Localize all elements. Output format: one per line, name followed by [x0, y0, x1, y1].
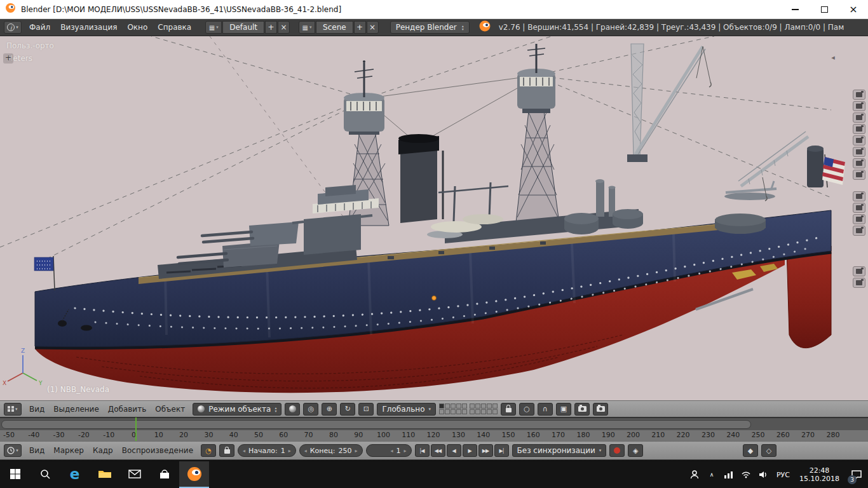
- layer-toggle[interactable]: [492, 403, 498, 409]
- layer-toggle[interactable]: [445, 403, 450, 409]
- transform-orientation-select[interactable]: Глобально▾: [377, 403, 436, 416]
- play-button[interactable]: ▶: [463, 444, 477, 457]
- object-data-tab-icon[interactable]: [853, 170, 865, 180]
- timeline-frame-ruler[interactable]: -50-40-30-20-100102030405060708090100110…: [0, 430, 868, 441]
- scene-browse-icon[interactable]: ▦: [299, 21, 315, 34]
- insert-keyframe-button[interactable]: ◆: [743, 444, 758, 457]
- current-frame-field[interactable]: 1: [366, 444, 412, 457]
- play-reverse-button[interactable]: ◀: [447, 444, 461, 457]
- network-button[interactable]: [722, 461, 735, 488]
- pivot-point-button[interactable]: ◎: [303, 403, 318, 416]
- screen-delete-button[interactable]: ×: [278, 21, 290, 34]
- layer-toggle[interactable]: [462, 409, 467, 414]
- screen-layout-field[interactable]: Default: [222, 21, 264, 34]
- layer-toggle[interactable]: [445, 409, 450, 414]
- constraints-tab-icon[interactable]: [853, 147, 865, 157]
- layer-toggle[interactable]: [481, 409, 486, 414]
- timeline-scrollbar[interactable]: [1, 420, 751, 429]
- auto-keyframe-record-button[interactable]: [609, 444, 625, 457]
- start-button[interactable]: [0, 461, 30, 488]
- next-keyframe-button[interactable]: ▶▶: [478, 444, 493, 457]
- particles-tab-icon[interactable]: [853, 214, 865, 224]
- snap-magnet-button[interactable]: ∩: [538, 403, 553, 416]
- sync-mode-select[interactable]: Без синхронизации▾: [512, 444, 607, 457]
- timeline-menu-item[interactable]: Вид: [25, 446, 49, 455]
- layer-toggle[interactable]: [492, 409, 498, 414]
- hidden-icons-chevron[interactable]: ∧: [705, 461, 718, 488]
- layer-toggle[interactable]: [470, 409, 475, 414]
- timeline-menu-item[interactable]: Маркер: [49, 446, 88, 455]
- screen-add-button[interactable]: +: [265, 21, 277, 34]
- texture-tab-icon[interactable]: [853, 203, 865, 213]
- layers-widget[interactable]: [439, 403, 498, 414]
- mode-select[interactable]: Режим объекта▴▾: [193, 403, 281, 416]
- layer-toggle[interactable]: [451, 403, 456, 409]
- physics-tab-icon[interactable]: [853, 226, 865, 236]
- delete-keyframe-button[interactable]: ◇: [761, 444, 776, 457]
- opengl-render-anim-button[interactable]: [593, 403, 608, 416]
- scene-delete-button[interactable]: ×: [367, 21, 379, 34]
- action-center-button[interactable]: 3: [850, 461, 863, 488]
- close-button[interactable]: ×: [839, 0, 868, 19]
- mail-button[interactable]: [119, 461, 149, 488]
- prev-keyframe-button[interactable]: ◀◀: [431, 444, 445, 457]
- maximize-button[interactable]: [810, 0, 839, 19]
- manipulator-rotate-button[interactable]: ↻: [340, 403, 355, 416]
- clock[interactable]: 22:4815.10.2018: [797, 461, 842, 488]
- layer-toggle[interactable]: [439, 409, 444, 414]
- layer-toggle[interactable]: [475, 403, 480, 409]
- grease-pencil-tab-icon[interactable]: [853, 266, 865, 276]
- language-indicator[interactable]: РУС: [774, 461, 792, 488]
- timeline-scrub-area[interactable]: [0, 417, 868, 430]
- minimize-button[interactable]: [780, 0, 810, 19]
- search-button[interactable]: [30, 461, 60, 488]
- viewport-menu-item[interactable]: Объект: [151, 405, 189, 414]
- viewport-menu-item[interactable]: Добавить: [104, 405, 151, 414]
- toolshelf-expand-tab[interactable]: +: [3, 53, 13, 64]
- blender-taskbar-button[interactable]: [179, 461, 209, 488]
- manipulator-scale-button[interactable]: ⊡: [358, 403, 374, 416]
- layer-toggle[interactable]: [487, 409, 492, 414]
- keying-set-button[interactable]: ◈: [628, 444, 643, 457]
- object-tab-icon[interactable]: [853, 135, 865, 146]
- opengl-render-button[interactable]: [574, 403, 590, 416]
- layer-toggle[interactable]: [487, 403, 492, 409]
- scene-tab-icon[interactable]: [853, 112, 865, 123]
- world-tab-icon[interactable]: [853, 124, 865, 134]
- layer-toggle[interactable]: [481, 403, 486, 409]
- info-menu-item[interactable]: Окно: [122, 19, 153, 36]
- volume-button[interactable]: [757, 461, 770, 488]
- lock-frame-button[interactable]: [219, 444, 234, 457]
- viewport-menu-item[interactable]: Вид: [25, 405, 49, 414]
- playhead[interactable]: [135, 417, 137, 441]
- info-menu-item[interactable]: Справка: [153, 19, 196, 36]
- render-tab-icon[interactable]: [853, 90, 865, 100]
- manipulator-translate-button[interactable]: ⊕: [322, 403, 337, 416]
- wifi-button[interactable]: [740, 461, 752, 488]
- viewport-shading-button[interactable]: [285, 403, 300, 416]
- store-button[interactable]: [149, 461, 179, 488]
- render-layers-tab-icon[interactable]: [853, 101, 865, 111]
- info-menu-item[interactable]: Файл: [24, 19, 55, 36]
- scene-field[interactable]: Scene: [316, 21, 353, 34]
- layer-toggle[interactable]: [451, 409, 456, 414]
- info-menu-item[interactable]: Визуализация: [55, 19, 122, 36]
- viewport-3d[interactable]: X Y Z Польз.-орто Meters (1) NBB_Nevada …: [0, 36, 868, 400]
- history-tab-icon[interactable]: [853, 278, 865, 288]
- scene-add-button[interactable]: +: [354, 21, 366, 34]
- frame-start-field[interactable]: Начало:1: [238, 444, 296, 457]
- lock-camera-button[interactable]: [501, 403, 516, 416]
- properties-expand-tab[interactable]: [829, 53, 837, 62]
- material-tab-icon[interactable]: [853, 191, 865, 201]
- jump-start-button[interactable]: |◀: [415, 444, 430, 457]
- editor-type-timeline-button[interactable]: ▾: [4, 444, 22, 457]
- layer-toggle[interactable]: [470, 403, 475, 409]
- layer-toggle[interactable]: [439, 403, 444, 409]
- file-explorer-button[interactable]: [90, 461, 119, 488]
- proportional-edit-button[interactable]: ○: [519, 403, 534, 416]
- layer-toggle[interactable]: [462, 403, 467, 409]
- editor-type-3dview-button[interactable]: ▾: [4, 403, 22, 416]
- screen-browse-icon[interactable]: ▦: [205, 21, 222, 34]
- layer-toggle[interactable]: [456, 403, 461, 409]
- viewport-menu-item[interactable]: Выделение: [49, 405, 103, 414]
